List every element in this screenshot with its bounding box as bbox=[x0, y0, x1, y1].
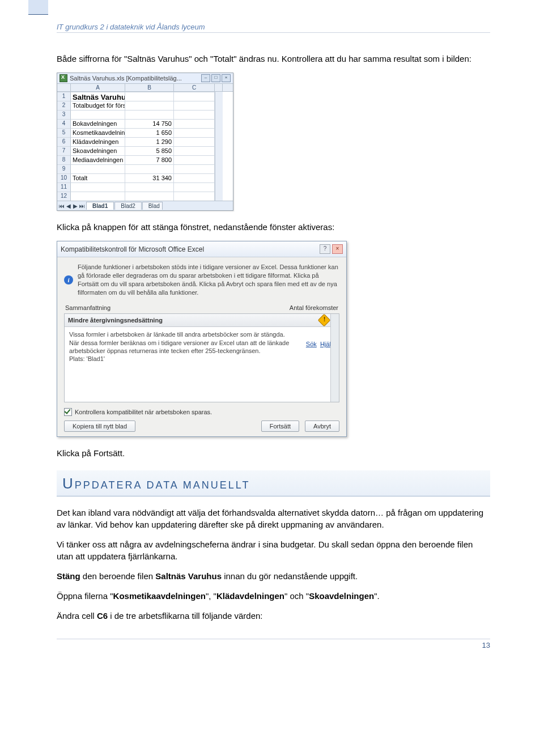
vscroll-track[interactable] bbox=[215, 137, 223, 146]
close-button[interactable]: × bbox=[222, 74, 231, 82]
cell-C[interactable] bbox=[174, 92, 215, 101]
cell-A[interactable]: Mediaavdelningen bbox=[71, 155, 125, 164]
cell-C[interactable] bbox=[174, 182, 215, 192]
cell-A[interactable] bbox=[71, 110, 125, 119]
cancel-button[interactable]: Avbryt bbox=[305, 421, 339, 432]
compat-dialog: Kompatibilitetskontroll för Microsoft Of… bbox=[57, 241, 347, 437]
vscroll-track[interactable] bbox=[215, 101, 223, 110]
column-headers: A B C bbox=[57, 84, 233, 92]
cell-A[interactable] bbox=[71, 192, 125, 201]
p3-txt-2: innan du gör nedanstående uppgift. bbox=[222, 571, 358, 581]
cell-B[interactable] bbox=[125, 192, 174, 201]
vscroll-track[interactable] bbox=[215, 92, 223, 101]
vscroll-track[interactable] bbox=[215, 128, 223, 137]
cell-C[interactable] bbox=[174, 146, 215, 155]
vscroll-track[interactable] bbox=[215, 192, 223, 201]
cell-A[interactable]: Kosmetikaavdelningen bbox=[71, 128, 125, 137]
select-all-corner[interactable] bbox=[57, 84, 71, 91]
summary-label: Sammanfattning bbox=[65, 304, 110, 311]
cell-B[interactable]: 1 650 bbox=[125, 128, 174, 137]
paragraph-1: Det kan ibland vara nödvändigt att välja… bbox=[57, 507, 490, 530]
cell-B[interactable]: 7 800 bbox=[125, 155, 174, 164]
cell-B[interactable] bbox=[125, 164, 174, 173]
vscroll-track[interactable] bbox=[215, 146, 223, 155]
row-header[interactable]: 3 bbox=[57, 110, 71, 119]
vscroll-track[interactable] bbox=[215, 155, 223, 164]
search-link[interactable]: Sök bbox=[306, 341, 317, 347]
dialog-close-button[interactable]: × bbox=[332, 244, 343, 254]
cell-C[interactable] bbox=[174, 137, 215, 146]
cell-C[interactable] bbox=[174, 119, 215, 128]
paragraph-5: Ändra cell C6 i de tre arbetsflikarna ti… bbox=[57, 610, 490, 622]
vscroll-track[interactable] bbox=[215, 119, 223, 128]
cell-B[interactable] bbox=[125, 92, 174, 101]
row-header[interactable]: 2 bbox=[57, 101, 71, 110]
issues-scrollbar[interactable] bbox=[330, 314, 339, 402]
cell-A[interactable] bbox=[71, 164, 125, 173]
sheet-tab-blad2[interactable]: Blad2 bbox=[114, 202, 142, 210]
row-header[interactable]: 1 bbox=[57, 92, 71, 101]
sheet-nav-first-icon[interactable]: ⏮ bbox=[58, 203, 65, 209]
cell-A[interactable]: Klädavdelningen bbox=[71, 137, 125, 146]
cell-B[interactable]: 5 850 bbox=[125, 146, 174, 155]
row-header[interactable]: 8 bbox=[57, 155, 71, 164]
excel-window: Saltnäs Varuhus.xls [Kompatibilitetsläg.… bbox=[57, 73, 233, 211]
row-header[interactable]: 6 bbox=[57, 137, 71, 146]
row-header[interactable]: 10 bbox=[57, 173, 71, 182]
cell-C[interactable] bbox=[174, 155, 215, 164]
cell-A[interactable] bbox=[71, 182, 125, 192]
p5-txt-2: i de tre arbetsflikarna till följande vä… bbox=[108, 611, 262, 621]
info-text: Följande funktioner i arbetsboken stöds … bbox=[78, 263, 339, 296]
cell-C[interactable] bbox=[174, 101, 215, 110]
col-C[interactable]: C bbox=[174, 84, 215, 91]
p4-txt-4: ". bbox=[374, 591, 380, 601]
vscroll-track[interactable] bbox=[215, 173, 223, 182]
vscroll-track[interactable] bbox=[215, 182, 223, 192]
cell-A[interactable]: Saltnäs Varuhus bbox=[71, 92, 125, 101]
sheet-tab-blad1[interactable]: Blad1 bbox=[86, 202, 114, 210]
section-heading-initial: U bbox=[62, 475, 75, 492]
cell-C[interactable] bbox=[174, 128, 215, 137]
cell-B[interactable]: 14 750 bbox=[125, 119, 174, 128]
cell-A[interactable]: Skoavdelningen bbox=[71, 146, 125, 155]
cell-A[interactable]: Totalt bbox=[71, 173, 125, 182]
continue-button[interactable]: Fortsätt bbox=[261, 421, 299, 432]
grid-row: 1Saltnäs Varuhus bbox=[57, 92, 233, 101]
vscroll-track[interactable] bbox=[215, 110, 223, 119]
issue-heading: Mindre återgivningsnedsättning bbox=[68, 317, 163, 324]
copy-to-new-sheet-button[interactable]: Kopiera till nytt blad bbox=[64, 421, 135, 432]
col-A[interactable]: A bbox=[71, 84, 125, 91]
cell-C[interactable] bbox=[174, 164, 215, 173]
sheet-nav-next-icon[interactable]: ▶ bbox=[72, 203, 79, 209]
row-header[interactable]: 11 bbox=[57, 182, 71, 192]
excel-title-text: Saltnäs Varuhus.xls [Kompatibilitetsläg.… bbox=[70, 75, 182, 82]
row-header[interactable]: 7 bbox=[57, 146, 71, 155]
grid-row: 5Kosmetikaavdelningen1 650 bbox=[57, 128, 233, 137]
col-B[interactable]: B bbox=[125, 84, 174, 91]
help-button[interactable]: ? bbox=[320, 244, 330, 254]
excel-file-icon bbox=[60, 74, 67, 82]
row-header[interactable]: 4 bbox=[57, 119, 71, 128]
cell-A[interactable]: Bokavdelningen bbox=[71, 119, 125, 128]
cell-B[interactable]: 31 340 bbox=[125, 173, 174, 182]
cell-B[interactable] bbox=[125, 182, 174, 192]
row-header[interactable]: 9 bbox=[57, 164, 71, 173]
sheet-tab-blad3[interactable]: Blad bbox=[142, 202, 163, 210]
row-header[interactable]: 12 bbox=[57, 192, 71, 201]
cell-B[interactable] bbox=[125, 101, 174, 110]
sheet-nav-prev-icon[interactable]: ◀ bbox=[65, 203, 72, 209]
cell-C[interactable] bbox=[174, 110, 215, 119]
cell-B[interactable] bbox=[125, 110, 174, 119]
cell-A[interactable]: Totalbudget för försäljningen 2009 bbox=[71, 101, 125, 110]
vscroll-track[interactable] bbox=[215, 164, 223, 173]
compat-checkbox[interactable] bbox=[64, 408, 72, 416]
sheet-nav-last-icon[interactable]: ⏭ bbox=[79, 203, 86, 209]
cell-C[interactable] bbox=[174, 192, 215, 201]
maximize-button[interactable]: □ bbox=[211, 74, 220, 82]
p4-bold-2: Klädavdelningen bbox=[216, 591, 284, 601]
cell-B[interactable]: 1 290 bbox=[125, 137, 174, 146]
p4-txt-2: ", " bbox=[206, 591, 216, 601]
cell-C[interactable] bbox=[174, 173, 215, 182]
minimize-button[interactable]: – bbox=[201, 74, 210, 82]
row-header[interactable]: 5 bbox=[57, 128, 71, 137]
